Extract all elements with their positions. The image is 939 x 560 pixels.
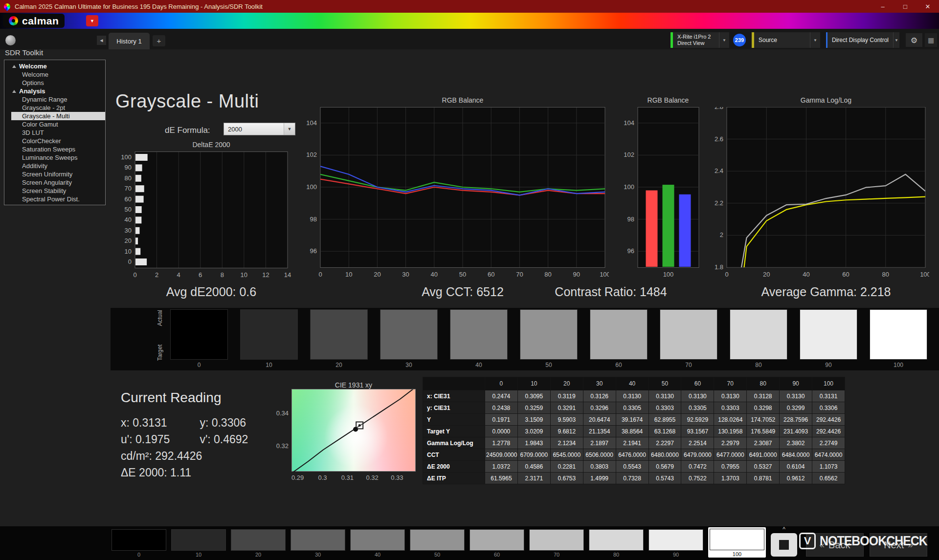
expand-caret-button[interactable]: ^ (771, 526, 797, 532)
test-patch-100[interactable]: 100 (708, 527, 766, 558)
workflow-status-button[interactable] (5, 35, 16, 45)
add-tab-button[interactable]: + (153, 35, 165, 46)
table-cell: 6476.0000 (616, 449, 648, 461)
test-patch-color (410, 529, 465, 551)
svg-text:14: 14 (284, 271, 291, 279)
test-patch-20[interactable]: 20 (231, 529, 286, 558)
svg-text:96: 96 (310, 247, 317, 255)
pattern-window-button[interactable] (771, 533, 797, 557)
display-control-dropdown-icon[interactable]: ▼ (893, 32, 899, 48)
test-patch-0[interactable]: 0 (112, 529, 166, 558)
swatch-label: 90 (800, 362, 857, 368)
de-formula-select[interactable]: 2000 ▼ (224, 123, 295, 135)
sidebar-item-colorchecker[interactable]: ColorChecker (4, 137, 105, 145)
test-patch-70[interactable]: 70 (529, 529, 584, 558)
close-button[interactable]: ✕ (917, 0, 939, 13)
test-patch-90[interactable]: 90 (648, 529, 703, 558)
table-row-gamma-log-log: Gamma Log/Log1.27781.98432.12342.18972.1… (423, 437, 845, 449)
settings-gear-button[interactable]: ⚙ (906, 33, 922, 47)
layout-panel-button[interactable]: ▦ (925, 33, 937, 47)
sidebar-item-screen-uniformity[interactable]: Screen Uniformity (4, 170, 105, 178)
sidebar-item-luminance-sweeps[interactable]: Luminance Sweeps (4, 153, 105, 162)
svg-text:50: 50 (125, 206, 132, 213)
next-button[interactable]: Next » (870, 533, 927, 557)
svg-text:0: 0 (318, 271, 322, 278)
test-patch-30[interactable]: 30 (291, 529, 345, 558)
table-cell: 1.0372 (485, 461, 518, 473)
test-patch-10[interactable]: 10 (171, 529, 226, 558)
sidebar-item-color-gamut[interactable]: Color Gamut (4, 120, 105, 129)
table-cell: 0.2281 (550, 461, 583, 473)
sidebar-item-3d-lut[interactable]: 3D LUT (4, 129, 105, 137)
test-patch-50[interactable]: 50 (410, 529, 465, 558)
table-cell: 6491.0000 (747, 449, 780, 461)
svg-text:0: 0 (133, 271, 136, 279)
test-patch-label: 30 (291, 552, 345, 558)
swatch-color (310, 309, 368, 360)
actual-label: Actual (156, 310, 163, 326)
table-cell: 0.3130 (616, 390, 648, 402)
meter-dropdown-icon[interactable]: ▼ (719, 32, 729, 48)
meter-selector[interactable]: X-Rite i1Pro 2 Direct View ▼ (671, 32, 729, 48)
sidebar-item-spectral-power-dist[interactable]: Spectral Power Dist. (4, 195, 105, 203)
svg-text:20: 20 (374, 271, 380, 278)
back-label: Back (828, 539, 850, 551)
grayscale-swatch-strip: Actual Target 0102030405060708090100 (111, 308, 939, 370)
tab-bar: History 1 + X-Rite i1Pro 2 Direct View ▼… (0, 29, 939, 49)
test-patch-color (648, 529, 703, 551)
sidebar-item-grayscale-2pt[interactable]: Grayscale - 2pt (4, 104, 105, 112)
test-patch-80[interactable]: 80 (589, 529, 644, 558)
table-cell: 0.3305 (616, 402, 648, 414)
svg-text:104: 104 (306, 119, 317, 127)
test-patch-color (231, 529, 286, 551)
table-cell: 93.1567 (681, 426, 714, 437)
test-patch-color (171, 529, 226, 551)
logo-dropdown-button[interactable]: ▼ (86, 15, 98, 26)
back-button[interactable]: « Back (806, 533, 864, 557)
reading-de-value: ΔE 2000: 1.11 (121, 466, 191, 479)
sidebar-item-options[interactable]: Options (4, 79, 105, 87)
test-patch-60[interactable]: 60 (470, 529, 524, 558)
sidebar-item-dynamic-range[interactable]: Dynamic Range (4, 95, 105, 104)
svg-text:2.6: 2.6 (715, 135, 723, 143)
table-column-header: 100 (812, 377, 845, 390)
svg-text:100: 100 (624, 183, 634, 191)
test-patch-40[interactable]: 40 (350, 529, 405, 558)
table-cell: 0.3119 (550, 390, 583, 402)
sidebar-item-grayscale-multi[interactable]: Grayscale - Multi (11, 112, 105, 120)
reading-cd: cd/m²: 292.4426 (121, 450, 202, 462)
maximize-button[interactable]: □ (894, 0, 917, 13)
table-row-label: x: CIE31 (423, 390, 485, 402)
sidebar-collapse-button[interactable]: ◄ (97, 36, 106, 45)
sidebar-item-additivity[interactable]: Additivity (4, 162, 105, 170)
sidebar-item-screen-angularity[interactable]: Screen Angularity (4, 178, 105, 187)
test-patch-label: 70 (529, 552, 584, 558)
source-selector[interactable]: Source ▼ (752, 32, 820, 48)
sidebar-item-welcome[interactable]: Welcome (4, 70, 105, 79)
sidebar-item-screen-stability[interactable]: Screen Stability (4, 187, 105, 195)
table-cell: 0.3299 (780, 402, 812, 414)
sidebar-item-saturation-sweeps[interactable]: Saturation Sweeps (4, 145, 105, 153)
swatch-color (170, 309, 228, 360)
table-column-header: 0 (485, 377, 518, 390)
svg-text:0: 0 (725, 271, 728, 278)
table-cell: 228.7596 (780, 414, 812, 426)
swatch-color (590, 309, 648, 360)
grayscale-swatch-40: 40 (450, 309, 508, 368)
minimize-button[interactable]: – (872, 0, 894, 13)
sidebar-section-welcome[interactable]: Welcome (4, 62, 105, 70)
svg-text:4: 4 (177, 271, 180, 279)
test-patch-color (470, 529, 524, 551)
calman-logo-text: calman (22, 15, 59, 27)
table-cell: 0.3128 (747, 390, 780, 402)
sidebar-title: SDR Toolkit (5, 48, 43, 57)
sidebar-section-analysis[interactable]: Analysis (4, 87, 105, 95)
table-cell: 0.3298 (747, 402, 780, 414)
display-control-selector[interactable]: Direct Display Control ▼ (826, 32, 899, 48)
source-dropdown-icon[interactable]: ▼ (810, 32, 820, 48)
table-row-label: Y (423, 414, 485, 426)
test-patch-color (112, 529, 166, 551)
svg-text:100: 100 (306, 183, 317, 191)
test-patch-label: 10 (171, 552, 226, 558)
tab-history-1[interactable]: History 1 (109, 33, 150, 49)
